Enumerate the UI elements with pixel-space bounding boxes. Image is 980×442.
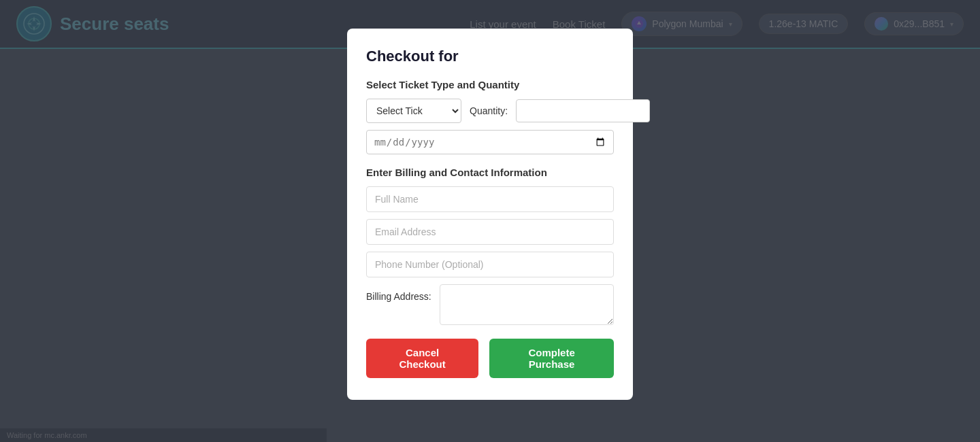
button-row: Cancel Checkout Complete Purchase bbox=[366, 339, 614, 378]
complete-purchase-button[interactable]: Complete Purchase bbox=[489, 339, 614, 378]
quantity-label: Quantity: bbox=[470, 105, 508, 116]
billing-address-input[interactable] bbox=[440, 284, 614, 325]
cancel-checkout-button[interactable]: Cancel Checkout bbox=[366, 339, 478, 378]
ticket-section-label: Select Ticket Type and Quantity bbox=[366, 79, 614, 90]
modal-title: Checkout for bbox=[366, 48, 614, 65]
quantity-input[interactable] bbox=[516, 99, 650, 122]
date-input[interactable] bbox=[366, 130, 614, 154]
ticket-row: Select Tick VIP General Early Bird Quant… bbox=[366, 99, 614, 123]
full-name-input[interactable] bbox=[366, 186, 614, 212]
billing-section-label: Enter Billing and Contact Information bbox=[366, 167, 614, 178]
billing-address-row: Billing Address: bbox=[366, 284, 614, 325]
email-input[interactable] bbox=[366, 219, 614, 245]
billing-address-label: Billing Address: bbox=[366, 284, 431, 302]
ticket-type-select[interactable]: Select Tick VIP General Early Bird bbox=[366, 99, 461, 123]
modal-overlay: Checkout for Select Ticket Type and Quan… bbox=[0, 0, 980, 442]
checkout-modal: Checkout for Select Ticket Type and Quan… bbox=[347, 29, 633, 400]
phone-input[interactable] bbox=[366, 252, 614, 277]
